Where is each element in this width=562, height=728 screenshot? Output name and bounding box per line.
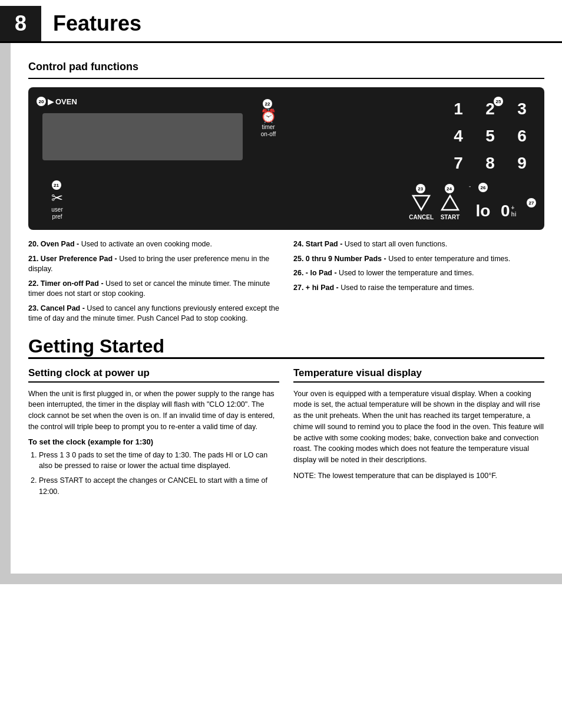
- section1-divider: [28, 78, 544, 79]
- clock-divider: [28, 381, 279, 383]
- desc-item-23: 23. Cancel Pad - Used to cancel any func…: [28, 304, 279, 324]
- cancel-btn-area: 23 CANCEL: [409, 184, 434, 220]
- control-pad-diagram: 20 ▶ OVEN 22 ⏰ timer on-off: [28, 87, 544, 230]
- desc-item-24: 24. Start Pad - Used to start all oven f…: [293, 239, 544, 250]
- pad-display-screen: [42, 113, 243, 160]
- oven-label: OVEN: [55, 97, 77, 106]
- user-pref-icon: ✂: [51, 190, 63, 206]
- timer-icon: ⏰: [260, 108, 276, 124]
- temp-display-title: Temperature visual display: [293, 367, 544, 379]
- desc-col-left: 20. Oven Pad - Used to activate an oven …: [28, 239, 279, 328]
- num-9: 9: [508, 151, 536, 176]
- temp-display-body1: Your oven is equipped with a temperature…: [293, 388, 544, 466]
- desc-item-22: 22. Timer on-off Pad - Used to set or ca…: [28, 279, 279, 299]
- page-header: 8 Features: [0, 0, 562, 43]
- gs-two-col: Setting clock at power up When the unit …: [28, 359, 544, 501]
- zero-hi-cell: 27 0 + hi: [501, 202, 536, 220]
- num-8: 8: [476, 151, 504, 176]
- left-sidebar: [0, 43, 11, 574]
- lo-cell: 26 - lo: [469, 183, 497, 220]
- timer-label: timer on-off: [261, 124, 276, 138]
- cancel-btn-shape: [411, 193, 432, 212]
- num-1: 1: [444, 97, 472, 121]
- badge-cancel: 23: [416, 184, 425, 193]
- page-number: 8: [0, 6, 41, 41]
- temp-display-body2: NOTE: The lowest temperature that can be…: [293, 470, 544, 482]
- num-7: 7: [444, 151, 472, 176]
- user-pref-label: user pref: [51, 206, 62, 220]
- step-2: Press START to accept the changes or CAN…: [39, 475, 279, 498]
- badge-oven: 20: [37, 97, 46, 106]
- badge-start: 24: [445, 184, 454, 193]
- clock-section-title: Setting clock at power up: [28, 367, 279, 379]
- number-grid-top: 1 25 2 3 4 5 6 7 8 9: [444, 97, 536, 176]
- main-content: Control pad functions 20 ▶ OVEN 22: [11, 43, 562, 574]
- bottom-sidebar: [0, 574, 562, 584]
- clock-body: When the unit is first plugged in, or wh…: [28, 388, 279, 433]
- svg-marker-0: [413, 196, 429, 210]
- num-3: 3: [508, 97, 536, 121]
- getting-started-title: Getting Started: [28, 335, 544, 357]
- temp-display-divider: [293, 381, 544, 383]
- section1-title: Control pad functions: [28, 61, 544, 73]
- num-5: 5: [476, 124, 504, 149]
- desc-col-right: 24. Start Pad - Used to start all oven f…: [293, 239, 544, 328]
- desc-item-26: 26. - lo Pad - Used to lower the tempera…: [293, 268, 544, 279]
- step-1: Press 1 3 0 pads to set the time of day …: [39, 450, 279, 472]
- badge-user-pref: 21: [52, 180, 61, 190]
- desc-item-27: 27. + hi Pad - Used to raise the tempera…: [293, 283, 544, 294]
- desc-item-21: 21. User Preference Pad - Used to bring …: [28, 254, 279, 275]
- num-6: 6: [508, 124, 536, 149]
- start-btn-area: 24 START: [439, 184, 461, 220]
- svg-marker-1: [442, 196, 458, 210]
- desc-item-20: 20. Oven Pad - Used to activate an oven …: [28, 239, 279, 250]
- content-wrapper: Control pad functions 20 ▶ OVEN 22: [0, 43, 562, 574]
- descriptions-area: 20. Oven Pad - Used to activate an oven …: [28, 239, 544, 328]
- clock-section: Setting clock at power up When the unit …: [28, 359, 279, 501]
- badge-timer: 22: [263, 99, 272, 108]
- steps-title: To set the clock (example for 1:30): [28, 437, 279, 446]
- start-btn-shape: [439, 193, 461, 212]
- num-2: 25 2: [476, 97, 504, 121]
- page-title: Features: [53, 11, 141, 36]
- start-label: START: [441, 214, 460, 220]
- desc-item-25: 25. 0 thru 9 Number Pads - Used to enter…: [293, 254, 544, 265]
- num-4: 4: [444, 124, 472, 149]
- clock-steps: Press 1 3 0 pads to set the time of day …: [39, 450, 279, 498]
- cancel-label: CANCEL: [409, 214, 434, 220]
- temp-display-section: Temperature visual display Your oven is …: [293, 359, 544, 501]
